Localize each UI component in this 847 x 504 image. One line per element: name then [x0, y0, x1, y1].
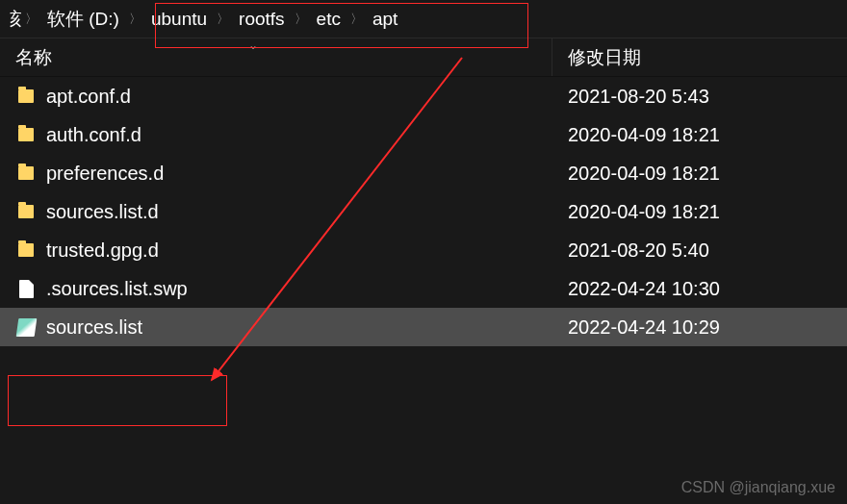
folder-icon: [15, 86, 37, 107]
breadcrumb-bar: 刻 〉 软件 (D:) 〉 ubuntu 〉 rootfs 〉 etc 〉 ap…: [0, 0, 847, 38]
file-name-cell: apt.conf.d: [0, 77, 552, 115]
file-row[interactable]: preferences.d2020-04-09 18:21: [0, 154, 847, 192]
file-name-cell: preferences.d: [0, 154, 552, 192]
file-row[interactable]: sources.list.d2020-04-09 18:21: [0, 192, 847, 231]
file-name: sources.list: [46, 316, 142, 339]
file-name-cell: .sources.list.swp: [0, 269, 552, 308]
file-name-cell: sources.list.d: [0, 192, 552, 231]
file-name-cell: auth.conf.d: [0, 115, 552, 154]
file-name: auth.conf.d: [46, 124, 141, 146]
breadcrumb-item-3[interactable]: rootfs: [233, 5, 291, 34]
file-date: 2020-04-09 18:21: [552, 124, 847, 146]
file-date: 2020-04-09 18:21: [552, 163, 847, 185]
file-date: 2022-04-24 10:29: [552, 316, 847, 339]
file-name: sources.list.d: [46, 201, 159, 223]
column-headers: 名称 修改日期: [0, 38, 847, 77]
file-row[interactable]: sources.list2022-04-24 10:29: [0, 308, 847, 346]
file-name-cell: sources.list: [0, 308, 552, 346]
file-date: 2021-08-20 5:40: [552, 239, 847, 262]
breadcrumb-item-2[interactable]: ubuntu: [145, 5, 213, 34]
chevron-right-icon[interactable]: 〉: [125, 11, 145, 28]
notepad-icon: [15, 316, 37, 338]
file-date: 2021-08-20 5:43: [552, 86, 847, 108]
chevron-right-icon[interactable]: 〉: [21, 11, 41, 28]
file-row[interactable]: .sources.list.swp2022-04-24 10:30: [0, 269, 847, 308]
column-header-name[interactable]: 名称: [0, 38, 552, 76]
file-name-cell: trusted.gpg.d: [0, 231, 552, 269]
breadcrumb-item-4[interactable]: etc: [311, 5, 346, 34]
annotation-box-file: [8, 375, 227, 426]
breadcrumb-item-5[interactable]: apt: [367, 5, 403, 34]
file-name: apt.conf.d: [46, 86, 131, 108]
chevron-right-icon[interactable]: 〉: [346, 11, 367, 28]
folder-icon: [15, 124, 37, 145]
chevron-right-icon[interactable]: 〉: [291, 11, 311, 28]
breadcrumb-item-1[interactable]: 软件 (D:): [41, 3, 125, 36]
folder-icon: [15, 163, 37, 184]
watermark: CSDN @jianqiang.xue: [681, 479, 835, 496]
breadcrumb-item-0[interactable]: 刻: [4, 3, 21, 36]
file-name: .sources.list.swp: [46, 278, 188, 300]
file-name: trusted.gpg.d: [46, 239, 159, 262]
chevron-right-icon[interactable]: 〉: [213, 11, 233, 28]
column-header-date[interactable]: 修改日期: [552, 38, 847, 76]
file-row[interactable]: trusted.gpg.d2021-08-20 5:40: [0, 231, 847, 269]
file-date: 2022-04-24 10:30: [552, 278, 847, 300]
folder-icon: [15, 201, 37, 222]
chevron-down-icon[interactable]: ⌄: [248, 38, 258, 52]
file-date: 2020-04-09 18:21: [552, 201, 847, 223]
file-list: apt.conf.d2021-08-20 5:43auth.conf.d2020…: [0, 77, 847, 346]
file-row[interactable]: auth.conf.d2020-04-09 18:21: [0, 115, 847, 154]
file-icon: [15, 278, 37, 299]
folder-icon: [15, 239, 37, 261]
file-name: preferences.d: [46, 163, 164, 185]
file-row[interactable]: apt.conf.d2021-08-20 5:43: [0, 77, 847, 115]
